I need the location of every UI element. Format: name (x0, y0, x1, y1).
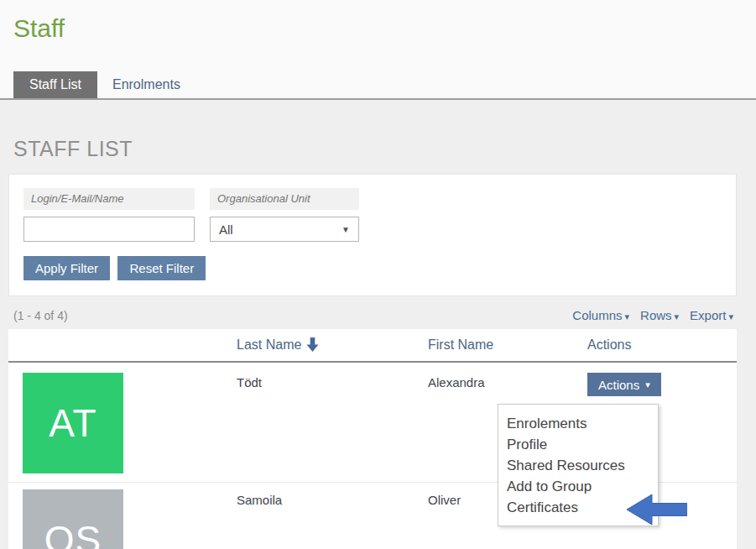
login-field-label: Login/E-Mail/Name (23, 188, 195, 210)
first-name-column-header[interactable]: First Name (428, 337, 587, 353)
select-arrow-icon: ▼ (342, 225, 350, 234)
columns-menu-label: Columns (572, 308, 622, 322)
org-unit-selected-value: All (219, 222, 233, 237)
actions-column-header: Actions (587, 337, 737, 353)
chevron-down-icon: ▾ (625, 311, 630, 322)
chevron-down-icon: ▾ (645, 379, 650, 390)
annotation-left-arrow-icon (627, 494, 687, 525)
org-unit-field-label: Organisational Unit (210, 188, 359, 210)
apply-filter-button[interactable]: Apply Filter (23, 256, 110, 280)
menu-item-shared-resources[interactable]: Shared Resources (498, 455, 658, 476)
first-name-header-label: First Name (428, 337, 493, 352)
columns-menu[interactable]: Columns▾ (572, 308, 629, 322)
actions-header-label: Actions (587, 337, 631, 352)
export-menu-label: Export (690, 308, 726, 322)
chevron-down-icon: ▾ (675, 311, 680, 322)
menu-item-profile[interactable]: Profile (498, 434, 658, 455)
filter-field-login: Login/E-Mail/Name (23, 188, 195, 242)
menu-item-enrolements[interactable]: Enrolements (498, 413, 658, 434)
export-menu[interactable]: Export▾ (690, 308, 733, 322)
page-title: Staff (13, 13, 756, 44)
tab-bar: Staff List Enrolments (0, 71, 756, 100)
last-name-cell: Tödt (237, 363, 428, 482)
tab-staff-list-label: Staff List (29, 77, 81, 92)
staff-table: Last Name First Name Actions AT Tödt Ale… (8, 329, 737, 549)
result-range: (1 - 4 of 4) (13, 309, 68, 322)
avatar: AT (23, 373, 123, 473)
last-name-column-header[interactable]: Last Name (237, 337, 428, 353)
row-actions-button-label: Actions (598, 378, 639, 392)
avatar: OS (23, 489, 123, 549)
table-toolbar: (1 - 4 of 4) Columns▾ Rows▾ Export▾ (8, 308, 737, 322)
tab-staff-list[interactable]: Staff List (13, 71, 97, 98)
filter-field-org-unit: Organisational Unit All ▼ (210, 188, 359, 242)
tab-enrolments[interactable]: Enrolments (97, 71, 196, 98)
sort-descending-icon (306, 337, 319, 352)
row-actions-button[interactable]: Actions ▾ (587, 373, 661, 396)
filter-panel: Login/E-Mail/Name Organisational Unit Al… (8, 174, 737, 296)
last-name-header-label: Last Name (237, 337, 301, 352)
login-input[interactable] (23, 217, 195, 242)
tab-enrolments-label: Enrolments (112, 77, 180, 92)
page-header: Staff Staff List Enrolments (0, 0, 756, 100)
org-unit-select[interactable]: All ▼ (210, 217, 359, 242)
chevron-down-icon: ▾ (728, 311, 733, 322)
table-header-row: Last Name First Name Actions (8, 329, 737, 363)
last-name-cell: Samoila (237, 483, 428, 549)
section-heading: STAFF LIST (13, 137, 756, 160)
rows-menu-label: Rows (640, 308, 672, 322)
reset-filter-button[interactable]: Reset Filter (117, 256, 206, 280)
rows-menu[interactable]: Rows▾ (640, 308, 679, 322)
